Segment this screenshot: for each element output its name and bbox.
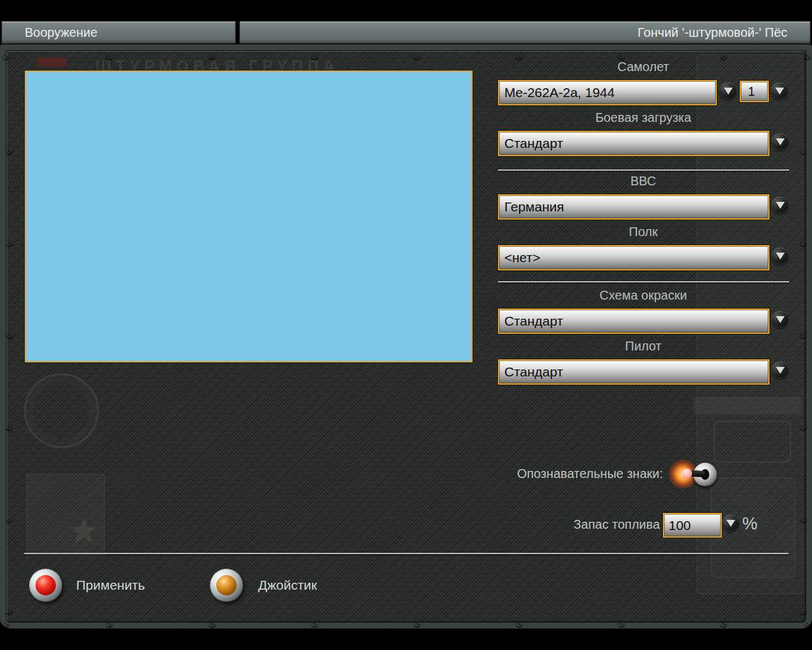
screw-icon	[209, 620, 216, 627]
regiment-dropdown-value: <нет>	[504, 250, 540, 265]
airforce-dropdown[interactable]: Германия	[498, 194, 769, 220]
aircraft-dropdown-button[interactable]	[719, 83, 737, 100]
screw-icon	[414, 620, 421, 627]
aircraft-count-field[interactable]: 1	[740, 81, 769, 102]
chevron-down-icon	[776, 316, 785, 323]
aircraft-dropdown-value: Me-262A-2a, 1944	[504, 85, 615, 100]
tab-armament[interactable]: Вооружение	[1, 21, 236, 44]
armament-screen: Вооружение Гончий '-штурмовой-' Пёс ШТУР…	[0, 0, 812, 650]
screw-icon	[106, 620, 113, 627]
chevron-down-icon	[724, 88, 733, 95]
screw-icon	[106, 53, 113, 60]
regiment-dropdown[interactable]: <нет>	[498, 245, 769, 270]
screw-icon	[720, 53, 727, 60]
screw-icon	[6, 423, 13, 430]
screw-icon	[6, 331, 13, 338]
red-button-icon	[36, 575, 56, 595]
screw-icon	[804, 620, 811, 627]
amber-button-icon	[216, 575, 237, 595]
chevron-down-icon	[726, 520, 735, 527]
fuel-label: Запас топлива	[501, 517, 660, 532]
regiment-dropdown-button[interactable]	[771, 248, 789, 265]
screw-icon	[6, 239, 13, 246]
screw-icon	[414, 53, 421, 60]
screw-icon	[6, 147, 13, 154]
screw-icon	[618, 53, 625, 60]
paint-scheme-dropdown[interactable]: Стандарт	[498, 308, 769, 334]
chevron-down-icon	[775, 88, 784, 95]
screw-icon	[800, 423, 807, 430]
joystick-button[interactable]	[210, 569, 243, 602]
screw-icon	[804, 53, 811, 60]
airforce-dropdown-value: Германия	[504, 199, 564, 214]
aircraft-count-button[interactable]	[771, 83, 788, 100]
screw-icon	[800, 239, 807, 246]
apply-button-label: Применить	[76, 578, 145, 593]
screw-icon	[311, 620, 318, 627]
screw-icon	[800, 607, 807, 614]
tab-armament-label: Вооружение	[25, 25, 98, 39]
aircraft-label: Самолет	[498, 60, 789, 75]
chevron-down-icon	[776, 253, 785, 260]
screw-icon	[311, 53, 318, 60]
paint-scheme-label: Схема окраски	[498, 288, 789, 303]
paint-scheme-dropdown-value: Стандарт	[504, 314, 563, 328]
regiment-label: Полк	[498, 225, 789, 240]
tab-squadron-title[interactable]: Гончий '-штурмовой-' Пёс	[239, 21, 811, 44]
joystick-button-label: Джойстик	[258, 578, 317, 593]
pilot-label: Пилот	[498, 339, 789, 354]
screw-icon	[800, 147, 807, 154]
aircraft-preview[interactable]	[25, 70, 473, 362]
divider	[24, 553, 789, 554]
pilot-dropdown[interactable]: Стандарт	[498, 359, 769, 385]
paint-scheme-dropdown-button[interactable]	[771, 311, 789, 328]
screw-icon	[800, 515, 807, 522]
divider	[498, 169, 789, 171]
loadout-dropdown-button[interactable]	[771, 133, 789, 150]
chevron-down-icon	[776, 138, 785, 145]
divider	[498, 281, 789, 282]
screw-icon	[209, 53, 216, 60]
fuel-input[interactable]: 100	[663, 513, 722, 538]
screw-icon	[516, 53, 523, 60]
toggle-lever-tip	[682, 468, 692, 479]
aircraft-dropdown[interactable]: Me-262A-2a, 1944	[498, 80, 717, 105]
screw-icon	[618, 620, 625, 627]
fuel-unit-label: %	[742, 514, 757, 534]
fuel-value: 100	[669, 518, 691, 533]
fuel-dropdown-button[interactable]	[722, 515, 739, 532]
chevron-down-icon	[776, 202, 785, 209]
screw-icon	[6, 515, 13, 522]
apply-button[interactable]	[29, 569, 62, 602]
loadout-label: Боевая загрузка	[498, 110, 789, 126]
chevron-down-icon	[776, 367, 785, 374]
pilot-dropdown-button[interactable]	[771, 362, 789, 379]
airforce-label: ВВС	[498, 174, 789, 189]
loadout-dropdown-value: Стандарт	[504, 136, 563, 150]
screw-icon	[516, 620, 523, 627]
screw-icon	[800, 331, 807, 338]
screw-icon	[720, 620, 727, 627]
screw-icon	[3, 53, 10, 60]
squadron-title-label: Гончий '-штурмовой-' Пёс	[638, 25, 787, 39]
markings-label: Опознавательные знаки:	[444, 467, 663, 481]
screw-icon	[6, 607, 13, 614]
aircraft-count-value: 1	[748, 84, 755, 98]
screw-icon	[3, 620, 10, 627]
loadout-dropdown[interactable]: Стандарт	[498, 131, 769, 156]
pilot-dropdown-value: Стандарт	[504, 364, 563, 379]
airforce-dropdown-button[interactable]	[771, 197, 789, 214]
